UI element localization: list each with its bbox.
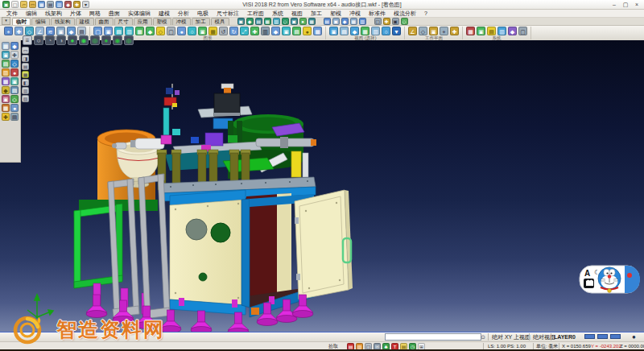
- tab-7[interactable]: 塑模: [153, 18, 171, 25]
- tab-5[interactable]: 尺寸: [114, 18, 133, 25]
- tool-icon-3[interactable]: ✚: [10, 51, 19, 59]
- tool-icon-7[interactable]: ◆: [64, 1, 72, 8]
- tool-icon-8[interactable]: ✚: [73, 1, 80, 8]
- tool-icon-4[interactable]: ✚: [450, 27, 459, 35]
- tool-icon-12[interactable]: ↺: [219, 27, 228, 35]
- tool-icon-1[interactable]: ▣: [332, 18, 340, 25]
- tool-icon-0[interactable]: ▤: [324, 18, 331, 25]
- tool-icon-0[interactable]: [584, 334, 595, 339]
- tool-icon-9[interactable]: ◎: [124, 35, 134, 45]
- tool-icon-17[interactable]: ▤: [10, 113, 19, 121]
- tool-icon-21[interactable]: ▦: [313, 27, 322, 35]
- tool-icon-1[interactable]: ▣: [477, 27, 485, 35]
- tool-icon-5[interactable]: ◇: [282, 18, 289, 25]
- menu-item-15[interactable]: 塑模: [326, 10, 345, 18]
- tool-icon-6[interactable]: ◎: [90, 35, 100, 45]
- tab-3[interactable]: 建模: [76, 18, 94, 25]
- maximize-button[interactable]: ▢: [620, 0, 631, 10]
- menu-item-11[interactable]: 工程图: [243, 10, 268, 18]
- tool-icon-2[interactable]: ◔: [45, 35, 55, 45]
- tool-icon-3[interactable]: ▥: [125, 27, 134, 35]
- tool-icon-6[interactable]: ▣: [291, 18, 298, 25]
- tool-icon-4[interactable]: ◆: [508, 27, 517, 35]
- view-reference[interactable]: 绝对 XY 上视图: [492, 332, 530, 341]
- menu-item-8[interactable]: 分析: [174, 10, 193, 18]
- tool-icon-0[interactable]: ▣: [2, 1, 10, 8]
- tool-icon-4[interactable]: ≋: [46, 27, 55, 35]
- tool-icon-14[interactable]: ▦: [2, 104, 10, 112]
- doraemon-sticker[interactable]: A ☾: [578, 261, 642, 303]
- menu-item-16[interactable]: 冲模: [345, 10, 365, 18]
- tool-icon-3[interactable]: ▦: [361, 27, 369, 35]
- tool-icon-6[interactable]: ◆: [67, 27, 76, 35]
- tool-icon-3[interactable]: ▭: [29, 1, 36, 8]
- menu-item-0[interactable]: 文件: [2, 10, 22, 18]
- tool-icon-1[interactable]: ◨: [22, 55, 29, 62]
- tool-icon-4[interactable]: ●: [68, 35, 77, 45]
- tool-icon-0[interactable]: ⌖: [4, 27, 13, 35]
- tool-icon-6[interactable]: ▥: [2, 68, 10, 76]
- menu-item-10[interactable]: 尺寸标注: [213, 10, 243, 18]
- close-button[interactable]: ×: [631, 0, 642, 10]
- tool-icon-0[interactable]: ▦: [2, 42, 10, 50]
- tool-icon-13[interactable]: ↻: [229, 27, 238, 35]
- tool-icon-2[interactable]: ◆: [350, 27, 359, 35]
- tool-icon-8[interactable]: ●: [177, 27, 186, 35]
- tool-icon-11[interactable]: ▤: [10, 86, 19, 94]
- tool-icon-1[interactable]: ✚: [14, 27, 23, 35]
- tool-icon-2[interactable]: ▤: [22, 63, 29, 70]
- tool-icon-8[interactable]: ▦: [2, 77, 10, 85]
- tool-icon-6[interactable]: ◇: [156, 27, 165, 35]
- tool-icon-0[interactable]: ▭: [22, 47, 29, 54]
- tool-icon-2[interactable]: ▣: [392, 18, 399, 25]
- tool-icon-1[interactable]: ○: [34, 35, 43, 45]
- tool-icon-1[interactable]: ▢: [11, 1, 19, 8]
- tool-icon-16[interactable]: ▥: [261, 27, 270, 35]
- tool-icon-19[interactable]: ▤: [292, 27, 301, 35]
- tool-icon-1[interactable]: ▤: [340, 27, 349, 35]
- menu-item-12[interactable]: 系统: [268, 10, 287, 18]
- tool-icon-5[interactable]: ◇: [10, 60, 19, 68]
- tool-icon-5[interactable]: ▣: [56, 27, 65, 35]
- tool-icon-3[interactable]: ▦: [22, 71, 29, 78]
- tool-icon-7[interactable]: ▤: [77, 27, 86, 35]
- tool-icon-0[interactable]: ▢: [93, 27, 102, 35]
- tool-icon-10[interactable]: ◆: [2, 86, 10, 94]
- tool-icon-0[interactable]: ▣: [237, 18, 245, 25]
- tool-icon-6[interactable]: ▧: [22, 95, 29, 102]
- tool-icon-2[interactable]: ▤: [114, 27, 123, 35]
- menu-item-18[interactable]: 模流分析: [390, 10, 420, 18]
- tab-1[interactable]: 编辑: [31, 18, 50, 25]
- tab-9[interactable]: 加工: [192, 18, 210, 25]
- tool-icon-4[interactable]: ▥: [359, 18, 366, 25]
- tool-icon-3[interactable]: ◇: [401, 18, 408, 25]
- tab-10[interactable]: 模具: [211, 18, 229, 25]
- tool-icon-3[interactable]: ∠: [35, 27, 44, 35]
- tool-icon-9[interactable]: ▾: [82, 1, 89, 8]
- tool-icon-2[interactable]: ▤: [255, 18, 262, 25]
- tool-icon-13[interactable]: ◇: [10, 95, 19, 103]
- menu-item-5[interactable]: 曲面: [105, 10, 124, 18]
- tool-icon-9[interactable]: ▣: [10, 77, 19, 85]
- tool-icon-9[interactable]: ○: [188, 27, 196, 35]
- tab-6[interactable]: 应用: [134, 18, 152, 25]
- tool-icon-7[interactable]: ▢: [167, 27, 175, 35]
- tool-icon-4[interactable]: ▥: [273, 18, 280, 25]
- tool-icon-10[interactable]: ▣: [198, 27, 207, 35]
- tool-icon-4[interactable]: ◧: [22, 79, 29, 86]
- tool-icon-3[interactable]: ◑: [56, 35, 66, 45]
- tool-icon-20[interactable]: ●: [303, 27, 312, 35]
- tool-icon-1[interactable]: [597, 334, 608, 339]
- menu-item-9[interactable]: 电极: [193, 10, 213, 18]
- tool-icon-8[interactable]: ▦: [308, 18, 316, 25]
- 3d-viewport[interactable]: [0, 40, 644, 332]
- menu-item-2[interactable]: 线架构: [41, 10, 66, 18]
- tool-icon-4[interactable]: ▤: [2, 60, 10, 68]
- tab-0[interactable]: 临时: [12, 18, 31, 25]
- tool-icon-5[interactable]: ◆: [146, 27, 155, 35]
- tool-icon-2[interactable]: ▱: [20, 1, 27, 8]
- tool-icon-5[interactable]: ▤: [47, 1, 54, 8]
- tool-icon-1[interactable]: ◇: [419, 27, 427, 35]
- tool-icon-6[interactable]: ▼: [392, 27, 401, 35]
- tool-icon-0[interactable]: ∠: [408, 27, 417, 35]
